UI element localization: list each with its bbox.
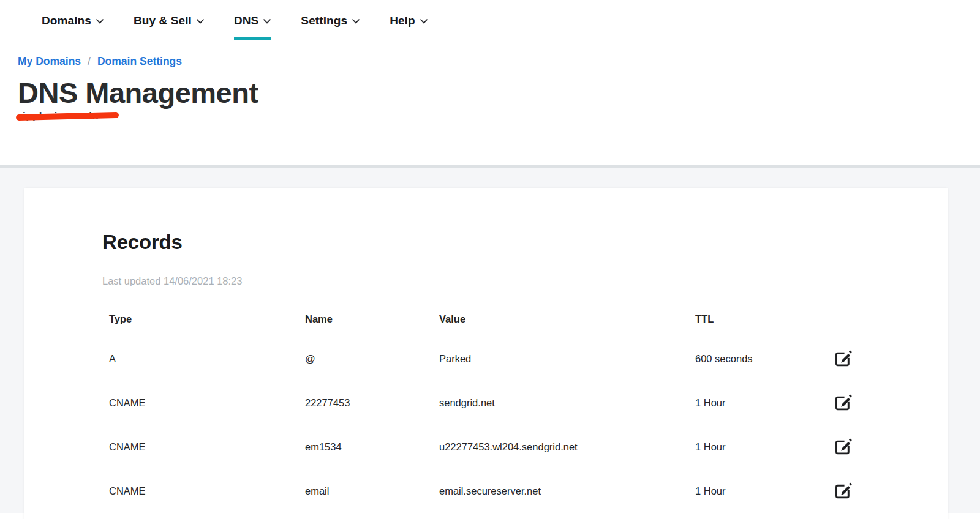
table-row: CNAME email email.secureserver.net 1 Hou… (102, 469, 853, 513)
edit-record-button[interactable] (834, 438, 853, 457)
record-type: CNAME (102, 397, 305, 409)
nav-item-label: DNS (234, 14, 258, 28)
table-header-row: Type Name Value TTL (102, 302, 853, 337)
edit-icon (834, 481, 853, 502)
column-header-value: Value (439, 313, 695, 325)
record-value: sendgrid.net (439, 397, 695, 409)
chevron-down-icon (420, 19, 428, 24)
edit-record-button[interactable] (834, 349, 853, 368)
record-ttl: 600 seconds (695, 353, 830, 365)
domain-name-redacted: ripplecine.co.in (18, 110, 99, 122)
record-name: email (305, 485, 439, 497)
nav-item-help[interactable]: Help (390, 14, 428, 40)
edit-icon (834, 437, 853, 458)
table-row: CNAME em1534 u22277453.wl204.sendgrid.ne… (102, 425, 853, 469)
page-header: My Domains / Domain Settings DNS Managem… (0, 40, 980, 165)
content-area: Records Last updated 14/06/2021 18:23 Ty… (0, 168, 980, 513)
edit-record-button[interactable] (834, 482, 853, 501)
breadcrumb-link-domain-settings[interactable]: Domain Settings (97, 55, 182, 68)
record-ttl: 1 Hour (695, 397, 830, 409)
nav-item-settings[interactable]: Settings (301, 14, 360, 40)
column-header-ttl: TTL (695, 313, 830, 325)
top-navigation: Domains Buy & Sell DNS Settings Help (0, 0, 980, 40)
last-updated-text: Last updated 14/06/2021 18:23 (102, 275, 948, 287)
nav-item-buy-sell[interactable]: Buy & Sell (134, 14, 204, 40)
nav-item-label: Domains (42, 14, 91, 28)
records-card: Records Last updated 14/06/2021 18:23 Ty… (24, 188, 948, 519)
record-name: em1534 (305, 441, 439, 453)
record-ttl: 1 Hour (695, 485, 830, 497)
dns-records-table: Type Name Value TTL A @ Parked 600 secon… (102, 302, 853, 513)
record-ttl: 1 Hour (695, 441, 830, 453)
nav-item-label: Help (390, 14, 415, 28)
breadcrumb-link-my-domains[interactable]: My Domains (18, 55, 81, 68)
edit-icon (834, 349, 853, 370)
column-header-name: Name (305, 313, 439, 325)
breadcrumb-separator: / (88, 55, 91, 68)
chevron-down-icon (263, 19, 271, 24)
record-value: Parked (439, 353, 695, 365)
nav-item-label: Settings (301, 14, 347, 28)
record-name: @ (305, 353, 439, 365)
chevron-down-icon (96, 19, 104, 24)
records-heading: Records (102, 231, 948, 254)
chevron-down-icon (197, 19, 204, 24)
record-value: u22277453.wl204.sendgrid.net (439, 441, 695, 453)
record-type: CNAME (102, 485, 305, 497)
table-row: A @ Parked 600 seconds (102, 337, 853, 381)
nav-item-dns[interactable]: DNS (234, 14, 271, 40)
record-value: email.secureserver.net (439, 485, 695, 497)
nav-item-label: Buy & Sell (134, 14, 192, 28)
edit-icon (834, 393, 853, 414)
chevron-down-icon (352, 19, 360, 24)
page-title: DNS Management (18, 76, 980, 110)
breadcrumb: My Domains / Domain Settings (18, 55, 980, 68)
record-type: CNAME (102, 441, 305, 453)
nav-item-domains[interactable]: Domains (42, 14, 104, 40)
edit-record-button[interactable] (834, 394, 853, 413)
column-header-type: Type (102, 313, 305, 325)
record-name: 22277453 (305, 397, 439, 409)
table-row: CNAME 22277453 sendgrid.net 1 Hour (102, 381, 853, 425)
record-type: A (102, 353, 305, 365)
